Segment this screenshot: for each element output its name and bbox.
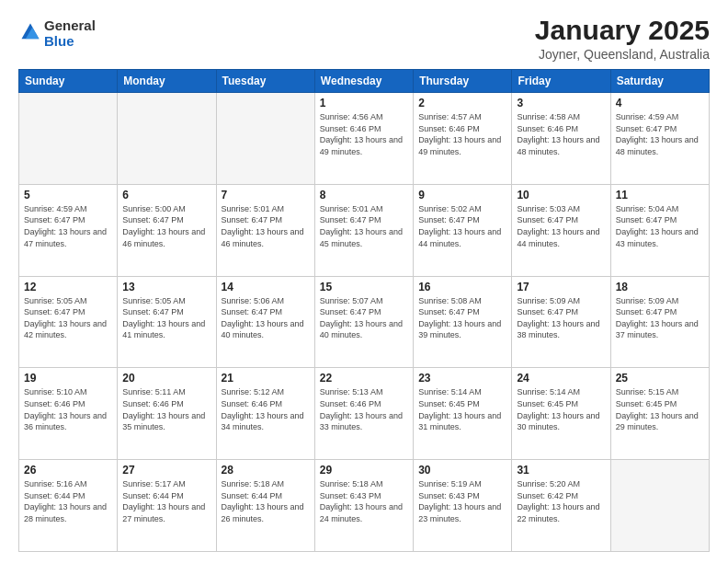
day-number: 29 <box>320 464 408 477</box>
calendar-day-cell <box>118 93 216 185</box>
day-number: 22 <box>320 372 408 385</box>
weekday-header: Friday <box>512 70 610 93</box>
calendar-day-cell <box>216 93 314 185</box>
day-number: 27 <box>122 464 210 477</box>
day-info: Sunrise: 5:14 AM Sunset: 6:45 PM Dayligh… <box>418 386 506 432</box>
logo-blue-text: Blue <box>44 33 74 49</box>
calendar-day-cell: 28Sunrise: 5:18 AM Sunset: 6:44 PM Dayli… <box>216 460 314 552</box>
day-info: Sunrise: 5:09 AM Sunset: 6:47 PM Dayligh… <box>616 295 704 341</box>
day-info: Sunrise: 5:01 AM Sunset: 6:47 PM Dayligh… <box>222 203 310 249</box>
day-info: Sunrise: 5:16 AM Sunset: 6:44 PM Dayligh… <box>24 478 112 524</box>
day-info: Sunrise: 5:12 AM Sunset: 6:46 PM Dayligh… <box>222 386 310 432</box>
day-info: Sunrise: 5:10 AM Sunset: 6:46 PM Dayligh… <box>24 386 112 432</box>
calendar-day-cell: 14Sunrise: 5:06 AM Sunset: 6:47 PM Dayli… <box>216 276 314 368</box>
day-number: 11 <box>616 189 704 201</box>
day-info: Sunrise: 5:11 AM Sunset: 6:46 PM Dayligh… <box>122 386 210 432</box>
day-number: 3 <box>517 97 605 109</box>
calendar-body: 1Sunrise: 4:56 AM Sunset: 6:46 PM Daylig… <box>19 93 710 552</box>
calendar-day-cell: 15Sunrise: 5:07 AM Sunset: 6:47 PM Dayli… <box>314 276 413 368</box>
header: General Blue January 2025 Joyner, Queens… <box>18 15 710 62</box>
day-number: 17 <box>517 281 605 293</box>
calendar-title: January 2025 <box>96 15 710 45</box>
calendar-day-cell: 18Sunrise: 5:09 AM Sunset: 6:47 PM Dayli… <box>610 276 709 368</box>
calendar-day-cell: 27Sunrise: 5:17 AM Sunset: 6:44 PM Dayli… <box>118 460 216 552</box>
day-info: Sunrise: 5:18 AM Sunset: 6:43 PM Dayligh… <box>320 478 408 524</box>
day-info: Sunrise: 5:15 AM Sunset: 6:45 PM Dayligh… <box>616 386 704 432</box>
day-number: 26 <box>24 464 112 477</box>
day-info: Sunrise: 5:05 AM Sunset: 6:47 PM Dayligh… <box>24 295 112 341</box>
calendar-day-cell: 29Sunrise: 5:18 AM Sunset: 6:43 PM Dayli… <box>314 460 413 552</box>
calendar-header-row: SundayMondayTuesdayWednesdayThursdayFrid… <box>19 70 710 93</box>
calendar-day-cell: 9Sunrise: 5:02 AM Sunset: 6:47 PM Daylig… <box>414 184 512 276</box>
title-block: January 2025 Joyner, Queensland, Austral… <box>96 15 710 62</box>
day-info: Sunrise: 5:17 AM Sunset: 6:44 PM Dayligh… <box>122 478 210 524</box>
day-info: Sunrise: 4:59 AM Sunset: 6:47 PM Dayligh… <box>616 111 704 157</box>
weekday-header: Saturday <box>610 70 709 93</box>
calendar-day-cell: 4Sunrise: 4:59 AM Sunset: 6:47 PM Daylig… <box>610 93 709 185</box>
calendar-day-cell: 8Sunrise: 5:01 AM Sunset: 6:47 PM Daylig… <box>314 184 413 276</box>
day-number: 30 <box>418 464 506 477</box>
day-number: 7 <box>222 189 310 201</box>
calendar-day-cell: 7Sunrise: 5:01 AM Sunset: 6:47 PM Daylig… <box>216 184 314 276</box>
day-number: 4 <box>616 97 704 109</box>
calendar-day-cell: 31Sunrise: 5:20 AM Sunset: 6:42 PM Dayli… <box>512 460 610 552</box>
day-number: 6 <box>122 189 210 201</box>
day-number: 21 <box>222 372 310 385</box>
day-number: 25 <box>616 372 704 385</box>
calendar-day-cell: 13Sunrise: 5:05 AM Sunset: 6:47 PM Dayli… <box>118 276 216 368</box>
day-number: 20 <box>122 372 210 385</box>
day-info: Sunrise: 5:08 AM Sunset: 6:47 PM Dayligh… <box>418 295 506 341</box>
day-info: Sunrise: 5:01 AM Sunset: 6:47 PM Dayligh… <box>320 203 408 249</box>
calendar-week-row: 26Sunrise: 5:16 AM Sunset: 6:44 PM Dayli… <box>19 460 710 552</box>
weekday-header: Monday <box>118 70 216 93</box>
calendar-day-cell: 17Sunrise: 5:09 AM Sunset: 6:47 PM Dayli… <box>512 276 610 368</box>
calendar-week-row: 19Sunrise: 5:10 AM Sunset: 6:46 PM Dayli… <box>19 368 710 460</box>
weekday-header: Thursday <box>414 70 512 93</box>
calendar-table: SundayMondayTuesdayWednesdayThursdayFrid… <box>18 69 710 552</box>
calendar-week-row: 12Sunrise: 5:05 AM Sunset: 6:47 PM Dayli… <box>19 276 710 368</box>
weekday-header: Wednesday <box>314 70 413 93</box>
calendar-subtitle: Joyner, Queensland, Australia <box>96 47 710 62</box>
logo-general-text: General <box>44 17 96 33</box>
calendar-day-cell: 2Sunrise: 4:57 AM Sunset: 6:46 PM Daylig… <box>414 93 512 185</box>
day-info: Sunrise: 5:00 AM Sunset: 6:47 PM Dayligh… <box>122 203 210 249</box>
day-info: Sunrise: 5:20 AM Sunset: 6:42 PM Dayligh… <box>517 478 605 524</box>
day-info: Sunrise: 5:09 AM Sunset: 6:47 PM Dayligh… <box>517 295 605 341</box>
day-number: 28 <box>222 464 310 477</box>
calendar-day-cell: 21Sunrise: 5:12 AM Sunset: 6:46 PM Dayli… <box>216 368 314 460</box>
calendar-day-cell: 25Sunrise: 5:15 AM Sunset: 6:45 PM Dayli… <box>610 368 709 460</box>
day-info: Sunrise: 5:02 AM Sunset: 6:47 PM Dayligh… <box>418 203 506 249</box>
day-info: Sunrise: 5:19 AM Sunset: 6:43 PM Dayligh… <box>418 478 506 524</box>
calendar-day-cell: 11Sunrise: 5:04 AM Sunset: 6:47 PM Dayli… <box>610 184 709 276</box>
day-number: 15 <box>320 281 408 293</box>
day-number: 8 <box>320 189 408 201</box>
day-number: 16 <box>418 281 506 293</box>
day-number: 13 <box>122 281 210 293</box>
day-info: Sunrise: 5:07 AM Sunset: 6:47 PM Dayligh… <box>320 295 408 341</box>
day-number: 1 <box>320 97 408 109</box>
day-info: Sunrise: 4:59 AM Sunset: 6:47 PM Dayligh… <box>24 203 112 249</box>
calendar-week-row: 1Sunrise: 4:56 AM Sunset: 6:46 PM Daylig… <box>19 93 710 185</box>
day-number: 9 <box>418 189 506 201</box>
calendar-week-row: 5Sunrise: 4:59 AM Sunset: 6:47 PM Daylig… <box>19 184 710 276</box>
day-number: 12 <box>24 281 112 293</box>
calendar-day-cell: 1Sunrise: 4:56 AM Sunset: 6:46 PM Daylig… <box>314 93 413 185</box>
logo-icon <box>20 22 40 42</box>
day-number: 31 <box>517 464 605 477</box>
day-number: 5 <box>24 189 112 201</box>
weekday-header: Tuesday <box>216 70 314 93</box>
day-info: Sunrise: 5:05 AM Sunset: 6:47 PM Dayligh… <box>122 295 210 341</box>
calendar-day-cell: 30Sunrise: 5:19 AM Sunset: 6:43 PM Dayli… <box>414 460 512 552</box>
calendar-day-cell: 5Sunrise: 4:59 AM Sunset: 6:47 PM Daylig… <box>19 184 118 276</box>
calendar-day-cell: 26Sunrise: 5:16 AM Sunset: 6:44 PM Dayli… <box>19 460 118 552</box>
day-info: Sunrise: 5:13 AM Sunset: 6:46 PM Dayligh… <box>320 386 408 432</box>
calendar-day-cell: 10Sunrise: 5:03 AM Sunset: 6:47 PM Dayli… <box>512 184 610 276</box>
day-number: 23 <box>418 372 506 385</box>
day-info: Sunrise: 4:57 AM Sunset: 6:46 PM Dayligh… <box>418 111 506 157</box>
calendar-day-cell: 12Sunrise: 5:05 AM Sunset: 6:47 PM Dayli… <box>19 276 118 368</box>
day-info: Sunrise: 5:18 AM Sunset: 6:44 PM Dayligh… <box>222 478 310 524</box>
calendar-day-cell: 19Sunrise: 5:10 AM Sunset: 6:46 PM Dayli… <box>19 368 118 460</box>
calendar-day-cell <box>610 460 709 552</box>
calendar-day-cell: 23Sunrise: 5:14 AM Sunset: 6:45 PM Dayli… <box>414 368 512 460</box>
calendar-day-cell: 20Sunrise: 5:11 AM Sunset: 6:46 PM Dayli… <box>118 368 216 460</box>
